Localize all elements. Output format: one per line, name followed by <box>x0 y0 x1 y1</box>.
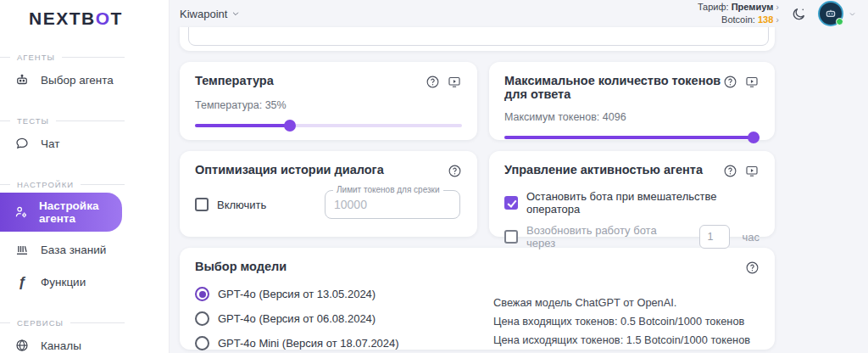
avatar <box>818 1 843 26</box>
logo-text-1: NEXTB <box>29 8 96 28</box>
info-line: Цена со своим GPT API-key: 0.01 BotCoin … <box>493 349 760 353</box>
main-area: Kiwapoint Тариф: Премиум › Botcoin: 138 … <box>170 0 868 353</box>
help-icon[interactable] <box>425 74 440 89</box>
settings-content: Температура Температура: 35% <box>180 27 868 350</box>
radio-selected[interactable] <box>195 287 209 301</box>
workspace-dropdown[interactable]: Kiwapoint <box>180 8 240 20</box>
info-line: Цена исходящих токенов: 1.5 Botcoin/1000… <box>493 331 760 350</box>
hours-suffix-label: час <box>742 231 760 244</box>
slider-thumb[interactable] <box>284 120 296 132</box>
radio-label: GPT-4o (Версия от 13.05.2024) <box>218 288 376 300</box>
section-label: ТЕСТЫ <box>17 116 49 126</box>
logo[interactable]: NEXTBOT <box>0 0 169 29</box>
model-options: GPT-4o (Версия от 13.05.2024) GPT-4o (Ве… <box>195 282 493 353</box>
section-label: НАСТРОЙКИ <box>17 180 74 189</box>
model-selection-card: Выбор модели GPT-4o (Версия от 13.05.202… <box>180 248 775 350</box>
main-header: Kiwapoint Тариф: Премиум › Botcoin: 138 … <box>180 0 868 27</box>
scrolled-card-partial <box>180 27 775 51</box>
chevron-down-icon <box>849 10 856 18</box>
radio-unselected[interactable] <box>195 311 209 326</box>
moon-icon <box>791 6 807 22</box>
card-title: Управление активностью агента <box>504 163 703 176</box>
sidebar-item-channels[interactable]: Каналы <box>0 331 169 353</box>
sidebar-item-agent-settings[interactable]: Настройка агента <box>0 193 122 232</box>
help-icon[interactable] <box>447 163 462 178</box>
section-services: СЕРВИСЫ <box>0 318 169 328</box>
sidebar-item-label: Каналы <box>41 339 81 352</box>
online-status-dot <box>836 18 843 25</box>
radio-label: GPT-4o Mini (Версия от 18.07.2024) <box>218 337 399 350</box>
function-icon: ƒ <box>14 273 31 290</box>
logo-accent-letter: O <box>96 8 111 28</box>
text-input-partial[interactable] <box>188 27 769 46</box>
user-menu[interactable] <box>818 1 856 26</box>
token-limit-field: Лимит токенов для срезки <box>325 190 460 219</box>
video-tutorial-icon[interactable] <box>744 163 760 178</box>
resume-hours-input[interactable] <box>699 225 730 249</box>
workspace-name: Kiwapoint <box>180 8 227 20</box>
sidebar-item-label: Выбор агента <box>41 74 114 87</box>
robot-icon <box>14 71 31 88</box>
model-option-gpt4o-0608[interactable]: GPT-4o (Версия от 06.08.2024) <box>195 306 493 331</box>
tariff-link[interactable]: Тариф: Премиум › <box>698 1 779 14</box>
card-title: Температура <box>195 74 274 87</box>
model-option-gpt4o-1305[interactable]: GPT-4o (Версия от 13.05.2024) <box>195 282 493 306</box>
chevron-right-icon: › <box>776 14 779 25</box>
tariff-label: Тариф: <box>698 2 729 12</box>
token-limit-input[interactable] <box>326 191 459 218</box>
model-pricing-info: Свежая модель ChatGPT от OpenAI. Цена вх… <box>493 282 760 353</box>
sidebar: NEXTBOT АГЕНТЫ Выбор агента ТЕСТЫ Чат НА… <box>0 0 170 353</box>
sidebar-item-chat[interactable]: Чат <box>0 129 169 158</box>
logo-text-2: T <box>111 8 123 28</box>
stop-bot-checkbox[interactable] <box>504 196 518 210</box>
section-label: АГЕНТЫ <box>17 53 55 62</box>
sidebar-item-label: Настройка агента <box>39 199 114 225</box>
botcoin-link[interactable]: Botcoin: 138 › <box>698 14 779 26</box>
sidebar-item-knowledge-base[interactable]: База знаний <box>0 235 169 264</box>
card-title: Максимальное количество токенов для отве… <box>504 74 722 101</box>
temperature-card: Температура Температура: 35% <box>180 62 477 140</box>
enable-checkbox[interactable] <box>195 198 209 211</box>
chat-bubble-icon <box>14 135 31 152</box>
chevron-right-icon: › <box>776 2 779 12</box>
sidebar-item-functions[interactable]: ƒ Функции <box>0 267 169 296</box>
app-root: NEXTBOT АГЕНТЫ Выбор агента ТЕСТЫ Чат НА… <box>0 0 868 353</box>
video-tutorial-icon[interactable] <box>447 74 462 89</box>
info-line: Цена входящих токенов: 0.5 Botcoin/1000 … <box>493 312 760 331</box>
help-icon[interactable] <box>744 260 760 275</box>
video-tutorial-icon[interactable] <box>744 74 760 89</box>
help-icon[interactable] <box>722 74 737 89</box>
resume-bot-row: Возобновить работу бота через час <box>504 224 760 249</box>
history-optimization-card: Оптимизация истории диалога Включить <box>180 151 477 237</box>
botcoin-value: 138 <box>758 14 773 25</box>
user-gear-icon <box>14 204 29 221</box>
max-tokens-card: Максимальное количество токенов для отве… <box>489 62 775 140</box>
chevron-down-icon <box>231 9 240 18</box>
max-tokens-slider[interactable] <box>504 132 760 143</box>
sidebar-item-label: Функции <box>41 276 86 289</box>
section-label: СЕРВИСЫ <box>17 318 64 328</box>
section-tests: ТЕСТЫ <box>0 116 169 126</box>
model-option-gpt4o-mini[interactable]: GPT-4o Mini (Версия от 18.07.2024) <box>195 331 493 353</box>
slider-thumb[interactable] <box>748 132 760 143</box>
section-agents: АГЕНТЫ <box>0 53 169 62</box>
help-icon[interactable] <box>722 163 737 178</box>
account-plan-block: Тариф: Премиум › Botcoin: 138 › <box>698 1 779 26</box>
sidebar-item-agent-select[interactable]: Выбор агента <box>0 65 169 94</box>
dark-mode-toggle[interactable] <box>789 4 808 23</box>
sidebar-item-label: Чат <box>41 137 59 150</box>
section-settings: НАСТРОЙКИ <box>0 180 169 189</box>
checkbox-label: Включить <box>217 199 266 211</box>
card-title: Выбор модели <box>195 260 287 273</box>
radio-unselected[interactable] <box>195 336 209 350</box>
slider-value-label: Температура: 35% <box>195 99 462 111</box>
sidebar-item-label: База знаний <box>41 244 106 256</box>
checkbox-label: Остановить бота при вмешательстве операт… <box>526 190 760 216</box>
enable-checkbox-row: Включить <box>195 198 266 211</box>
temperature-slider[interactable] <box>195 120 462 132</box>
checkbox-label: Возобновить работу бота через <box>526 224 687 249</box>
field-label: Лимит токенов для срезки <box>333 185 443 194</box>
library-icon <box>14 241 31 258</box>
resume-bot-checkbox[interactable] <box>504 230 518 244</box>
card-title: Оптимизация истории диалога <box>195 163 384 176</box>
